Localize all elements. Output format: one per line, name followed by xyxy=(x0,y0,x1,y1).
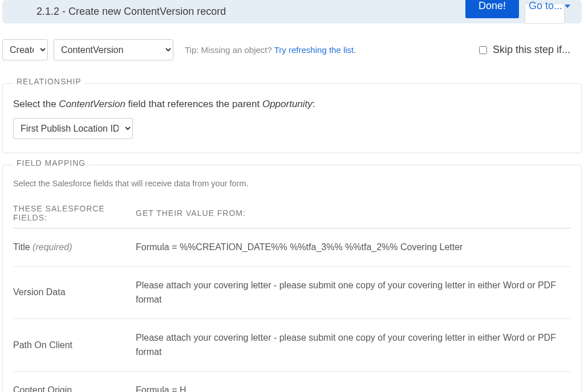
caret-down-icon xyxy=(565,5,570,8)
refresh-list-link[interactable]: Try refreshing the list. xyxy=(274,45,356,55)
table-row[interactable]: Title (required) Formula = %%CREATION_DA… xyxy=(13,228,571,267)
field-value: Formula = %%CREATION_DATE%% %%tfa_3%% %%… xyxy=(136,228,571,267)
field-mapping-legend: FIELD MAPPING xyxy=(13,158,89,168)
relationship-instruction: Select the ContentVersion field that ref… xyxy=(13,99,571,110)
table-row[interactable]: Content Origin Formula = H xyxy=(13,371,571,392)
relationship-legend: RELATIONSHIP xyxy=(13,77,85,86)
goto-label: Go to... xyxy=(529,0,562,12)
goto-dropdown[interactable]: Go to... xyxy=(523,0,576,17)
col-these-fields: THESE SALESFORCE FIELDS: xyxy=(13,198,136,228)
done-button[interactable]: Done! xyxy=(466,0,518,18)
col-value-from: GET THEIR VALUE FROM: xyxy=(136,198,571,228)
step-header: 2.1.2 - Create new ContentVersion record… xyxy=(2,0,582,23)
skip-checkbox[interactable] xyxy=(479,46,487,54)
step-title: 2.1.2 - Create new ContentVersion record xyxy=(36,6,226,18)
action-select[interactable]: Create xyxy=(2,39,48,60)
field-name: Title xyxy=(13,242,30,252)
field-mapping-table: THESE SALESFORCE FIELDS: GET THEIR VALUE… xyxy=(13,198,571,392)
field-value: Please attach your covering letter - ple… xyxy=(136,266,571,318)
table-row[interactable]: Path On Client Please attach your coveri… xyxy=(13,318,571,371)
relationship-section: RELATIONSHIP Select the ContentVersion f… xyxy=(2,83,582,153)
relationship-field-select[interactable]: First Publish Location ID xyxy=(13,118,133,139)
object-select[interactable]: ContentVersion xyxy=(54,39,173,60)
tip-text: Tip: Missing an object? Try refreshing t… xyxy=(185,45,356,55)
field-mapping-description: Select the Salesforce fields that will r… xyxy=(13,179,571,188)
skip-step-toggle[interactable]: Skip this step if... xyxy=(479,44,582,56)
table-row[interactable]: Version Data Please attach your covering… xyxy=(13,266,571,318)
controls-row: Create ContentVersion Tip: Missing an ob… xyxy=(0,35,584,72)
field-value: Please attach your covering letter - ple… xyxy=(136,318,571,371)
required-tag: (required) xyxy=(33,242,72,252)
field-name: Version Data xyxy=(13,287,66,297)
skip-label: Skip this step if... xyxy=(493,44,570,56)
header-actions: Done! Go to... xyxy=(466,0,576,18)
field-name: Path On Client xyxy=(13,340,72,350)
field-value: Formula = H xyxy=(136,371,571,392)
field-name: Content Origin xyxy=(13,385,72,392)
field-mapping-section: FIELD MAPPING Select the Salesforce fiel… xyxy=(2,165,582,392)
